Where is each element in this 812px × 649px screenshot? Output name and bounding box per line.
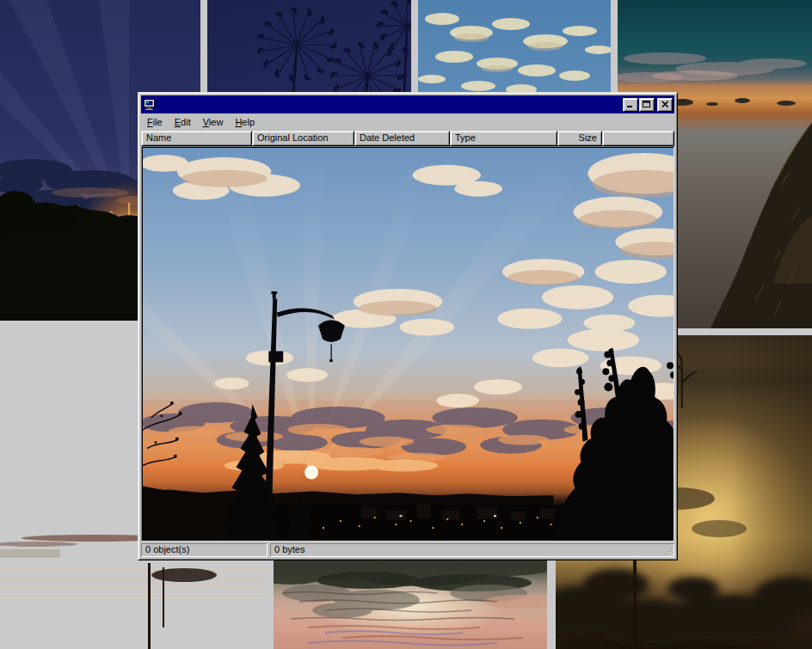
status-objects-text: 0 object(s) bbox=[145, 544, 189, 554]
file-list-area[interactable] bbox=[141, 146, 674, 542]
statusbar: 0 object(s) 0 bytes bbox=[141, 543, 674, 557]
menu-view[interactable]: View bbox=[197, 115, 230, 129]
column-header-filler[interactable] bbox=[602, 131, 674, 146]
column-header-original-location[interactable]: Original Location bbox=[252, 131, 354, 146]
column-header-row: NameOriginal LocationDate DeletedTypeSiz… bbox=[141, 131, 674, 146]
close-button[interactable] bbox=[657, 98, 673, 112]
menu-edit[interactable]: Edit bbox=[169, 115, 197, 129]
minimize-icon bbox=[626, 101, 635, 108]
column-header-type[interactable]: Type bbox=[450, 131, 557, 146]
recycle-bin-window: FileEditViewHelp NameOriginal LocationDa… bbox=[138, 92, 678, 560]
close-icon bbox=[661, 101, 669, 108]
column-header-date-deleted[interactable]: Date Deleted bbox=[354, 131, 450, 146]
titlebar[interactable] bbox=[141, 95, 674, 113]
status-bytes-panel: 0 bytes bbox=[270, 543, 674, 557]
menubar: FileEditViewHelp bbox=[141, 113, 674, 131]
resize-grip[interactable] bbox=[663, 546, 674, 556]
desktop: { "window": { "title": "", "icon": "comp… bbox=[0, 0, 812, 649]
computer-icon bbox=[143, 98, 157, 112]
column-header-name[interactable]: Name bbox=[141, 131, 252, 146]
menu-help[interactable]: Help bbox=[229, 115, 261, 129]
minimize-button[interactable] bbox=[623, 98, 638, 112]
column-header-size[interactable]: Size bbox=[557, 131, 602, 146]
maximize-button[interactable] bbox=[639, 98, 655, 112]
street-lamp-sunset-photo bbox=[143, 148, 674, 541]
maximize-icon bbox=[643, 101, 651, 108]
status-objects-panel: 0 object(s) bbox=[141, 543, 268, 557]
menu-file[interactable]: File bbox=[141, 115, 169, 129]
status-bytes-text: 0 bytes bbox=[274, 544, 304, 554]
